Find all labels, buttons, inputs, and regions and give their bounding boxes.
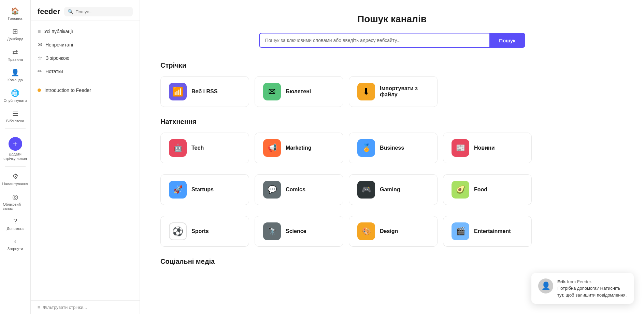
sidebar-item-notes[interactable]: ✏ Нотатки (31, 65, 140, 78)
business-label: Business (380, 145, 404, 151)
nav-library-label: Бібліотека (6, 119, 24, 123)
page-title: Пошук каналів (160, 14, 624, 25)
card-food[interactable]: 🥑 Food (443, 174, 532, 205)
inspiration-section: Натхнення 🤖 Tech 📢 Marketing 🏅 Business … (160, 118, 624, 247)
design-icon: 🎨 (357, 222, 375, 240)
rules-icon: ⇄ (12, 48, 18, 56)
logo: feeder (38, 7, 60, 16)
feeds-section-title: Стрічки (160, 62, 624, 69)
sidebar-search-icon: 🔍 (68, 9, 73, 14)
feeds-section: Стрічки 📶 Веб і RSS ✉ Бюлетені ⬇ Імпорту… (160, 62, 624, 107)
sidebar-unread-label: Непрочитані (45, 42, 73, 47)
sidebar-feeds: Introduction to Feeder (31, 82, 140, 98)
card-marketing[interactable]: 📢 Marketing (255, 133, 343, 163)
sidebar-starred-label: З зірочкою (46, 55, 69, 61)
nav-rules[interactable]: ⇄ Правила (2, 45, 29, 64)
channel-search-button[interactable]: Пошук (489, 33, 525, 48)
design-label: Design (380, 228, 398, 234)
nav-publish[interactable]: 🌐 Опублікувати (2, 86, 29, 105)
inspiration-row-2: 🚀 Startups 💬 Comics 🎮 Gaming 🥑 Food (160, 174, 624, 205)
nav-account[interactable]: ◎ Обліковий запис (2, 190, 29, 213)
publish-icon: 🌐 (11, 89, 19, 97)
chat-text: Erik from Feeder. Потрібна допомога? Нат… (557, 278, 627, 299)
notes-icon: ✏ (38, 68, 42, 74)
library-icon: ☰ (12, 109, 18, 118)
add-feed-label: Додати стрічку новин (3, 152, 28, 161)
startups-icon: 🚀 (169, 181, 187, 199)
card-import[interactable]: ⬇ Імпортувати з файлу (349, 76, 438, 107)
tech-icon: 🤖 (169, 139, 187, 157)
newsletters-icon: ✉ (263, 83, 281, 100)
science-label: Science (286, 228, 306, 234)
feeds-cards-row: 📶 Веб і RSS ✉ Бюлетені ⬇ Імпортувати з ф… (160, 76, 624, 107)
card-gaming[interactable]: 🎮 Gaming (349, 174, 438, 205)
nav-collapse-label: Згорнути (8, 247, 23, 251)
add-feed-button[interactable]: + Додати стрічку новин (2, 134, 29, 164)
account-icon: ◎ (12, 193, 18, 201)
chat-agent-source: from Feeder. (567, 279, 592, 284)
news-icon: 📰 (452, 139, 469, 157)
social-media-title: Соціальні медіа (160, 258, 624, 265)
card-news[interactable]: 📰 Новини (443, 133, 532, 163)
nav-settings[interactable]: ⚙ Налаштування (2, 169, 29, 189)
card-web-rss[interactable]: 📶 Веб і RSS (160, 76, 249, 107)
sidebar-filter-footer[interactable]: ≡ Фільтрувати стрічки... (31, 300, 140, 314)
card-business[interactable]: 🏅 Business (349, 133, 438, 163)
help-icon: ? (13, 217, 17, 225)
nav-dashboard[interactable]: ⊞ Дашборд (2, 25, 29, 44)
sidebar-item-all[interactable]: ≡ Усі публікації (31, 25, 140, 38)
all-publications-icon: ≡ (38, 28, 41, 35)
import-icon: ⬇ (357, 83, 375, 100)
card-tech[interactable]: 🤖 Tech (160, 133, 249, 163)
gaming-icon: 🎮 (357, 181, 375, 199)
card-science[interactable]: 🔭 Science (255, 216, 343, 247)
nav-settings-label: Налаштування (2, 182, 28, 186)
nav-collapse[interactable]: ‹ Згорнути (2, 235, 29, 254)
home-icon: 🏠 (11, 7, 19, 15)
comics-label: Comics (286, 187, 305, 193)
sidebar-feed-intro-label: Introduction to Feeder (44, 87, 91, 93)
chat-avatar: 👤 (538, 278, 553, 293)
web-rss-label: Веб і RSS (191, 88, 217, 95)
sidebar-search-input[interactable] (75, 9, 129, 14)
chat-popup[interactable]: 👤 Erik from Feeder. Потрібна допомога? Н… (531, 273, 634, 304)
nav-divider (5, 128, 26, 129)
card-startups[interactable]: 🚀 Startups (160, 174, 249, 205)
startups-label: Startups (191, 187, 214, 193)
food-label: Food (474, 187, 487, 193)
nav-team[interactable]: 👤 Команда (2, 66, 29, 85)
marketing-label: Marketing (286, 145, 312, 151)
news-label: Новини (474, 145, 495, 151)
card-comics[interactable]: 💬 Comics (255, 174, 343, 205)
inspiration-section-title: Натхнення (160, 118, 624, 126)
nav-dashboard-label: Дашборд (7, 37, 23, 41)
dashboard-icon: ⊞ (12, 27, 18, 36)
sidebar-item-starred[interactable]: ☆ З зірочкою (31, 51, 140, 65)
channel-search-input[interactable] (259, 33, 490, 48)
card-design[interactable]: 🎨 Design (349, 216, 438, 247)
card-newsletters[interactable]: ✉ Бюлетені (255, 76, 343, 107)
collapse-icon: ‹ (14, 237, 16, 245)
sidebar-all-label: Усі публікації (44, 29, 73, 34)
settings-icon: ⚙ (12, 172, 18, 180)
sidebar-search-box[interactable]: 🔍 (64, 7, 133, 16)
nav-library[interactable]: ☰ Бібліотека (2, 107, 29, 126)
web-rss-icon: 📶 (169, 83, 187, 100)
science-icon: 🔭 (263, 222, 281, 240)
card-sports[interactable]: ⚽ Sports (160, 216, 249, 247)
sidebar: feeder 🔍 ≡ Усі публікації ✉ Непрочитані … (31, 0, 140, 314)
comics-icon: 💬 (263, 181, 281, 199)
sidebar-footer-label: Фільтрувати стрічки... (43, 305, 87, 310)
sidebar-nav: ≡ Усі публікації ✉ Непрочитані ☆ З зіроч… (31, 21, 140, 82)
nav-divider-2 (5, 166, 26, 167)
nav-help[interactable]: ? Допомога (2, 215, 29, 233)
sidebar-feed-intro[interactable]: Introduction to Feeder (38, 85, 133, 96)
business-icon: 🏅 (357, 139, 375, 157)
starred-icon: ☆ (38, 55, 42, 61)
sidebar-item-unread[interactable]: ✉ Непрочитані (31, 38, 140, 51)
card-entertainment[interactable]: 🎬 Entertainment (443, 216, 532, 247)
tech-label: Tech (191, 145, 204, 151)
nav-home[interactable]: 🏠 Головна (2, 4, 29, 23)
nav-help-label: Допомога (7, 227, 24, 231)
left-navigation: 🏠 Головна ⊞ Дашборд ⇄ Правила 👤 Команда … (0, 0, 31, 314)
